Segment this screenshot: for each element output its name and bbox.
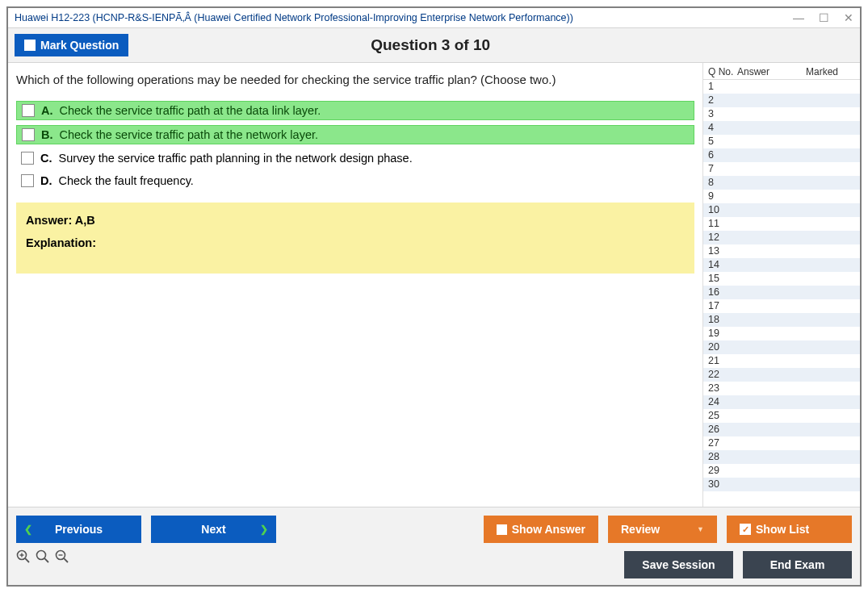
row-number: 14 [708,258,736,272]
option-text: Survey the service traffic path planning… [59,152,413,165]
checkbox-icon[interactable] [21,152,34,165]
question-list-row[interactable]: 17 [703,299,860,313]
button-row-2: Save Session End Exam [624,551,852,578]
topbar: Mark Question Question 3 of 10 [8,27,860,63]
show-answer-label: Show Answer [512,523,585,536]
bottom-bar: ❮ Previous Next ❯ Show Answer Review ▼ ✓… [8,507,860,585]
question-list-row[interactable]: 22 [703,368,860,382]
zoom-out-icon[interactable] [55,549,69,578]
question-list-row[interactable]: 23 [703,382,860,395]
close-icon[interactable]: ✕ [844,11,853,24]
row-number: 7 [708,162,736,176]
answer-line: Answer: A,B [26,214,685,227]
row-number: 28 [708,450,736,464]
option-letter: B. [41,128,53,141]
option-C[interactable]: C. Survey the service traffic path plann… [16,149,694,167]
question-list-row[interactable]: 14 [703,258,860,272]
body-area: Which of the following operations may be… [8,63,860,507]
window-controls: — ☐ ✕ [793,11,853,24]
checkbox-icon[interactable] [22,104,35,117]
question-list-row[interactable]: 15 [703,272,860,286]
question-list-row[interactable]: 9 [703,190,860,203]
row-number: 24 [708,395,736,409]
svg-line-7 [64,558,68,562]
question-list-row[interactable]: 13 [703,244,860,258]
question-counter: Question 3 of 10 [128,36,732,54]
minimize-icon[interactable]: — [793,11,804,24]
row-number: 8 [708,176,736,190]
end-exam-button[interactable]: End Exam [743,551,852,578]
question-list-row[interactable]: 19 [703,327,860,340]
explanation-label: Explanation: [26,236,685,249]
svg-point-4 [37,551,46,560]
question-list-row[interactable]: 21 [703,354,860,368]
question-list[interactable]: 1234567891011121314151617181920212223242… [703,80,860,507]
chevron-down-icon: ▼ [697,525,704,533]
show-list-button[interactable]: ✓ Show List [727,516,852,543]
option-D[interactable]: D. Check the fault frequency. [16,172,694,190]
maximize-icon[interactable]: ☐ [819,11,829,24]
review-button[interactable]: Review ▼ [608,516,717,543]
row-number: 21 [708,354,736,368]
question-list-row[interactable]: 5 [703,135,860,148]
option-text: Check the service traffic path at the da… [60,104,321,117]
question-list-row[interactable]: 25 [703,409,860,423]
checkbox-icon [24,40,36,51]
row-number: 10 [708,203,736,217]
question-list-row[interactable]: 2 [703,94,860,107]
zoom-tools [16,549,69,578]
option-letter: A. [41,104,53,117]
window-title: Huawei H12-223 (HCNP-R&S-IENPÃ‚Â (Huawei… [15,12,793,23]
question-list-row[interactable]: 8 [703,176,860,190]
question-list-row[interactable]: 24 [703,395,860,409]
show-list-label: Show List [756,523,809,536]
option-B[interactable]: B. Check the service traffic path at the… [16,125,694,144]
question-list-row[interactable]: 28 [703,450,860,464]
question-list-row[interactable]: 12 [703,231,860,244]
question-list-row[interactable]: 16 [703,286,860,299]
option-letter: C. [40,152,52,165]
zoom-icon[interactable] [36,549,50,578]
next-label: Next [201,523,225,536]
checkbox-icon[interactable] [21,174,34,187]
titlebar: Huawei H12-223 (HCNP-R&S-IENPÃ‚Â (Huawei… [8,8,860,27]
button-row: ❮ Previous Next ❯ Show Answer Review ▼ ✓… [16,516,852,543]
chevron-left-icon: ❮ [24,524,32,535]
question-list-row[interactable]: 11 [703,217,860,231]
next-button[interactable]: Next ❯ [151,516,276,543]
question-list-row[interactable]: 26 [703,423,860,436]
question-list-row[interactable]: 6 [703,148,860,162]
checkbox-icon[interactable] [22,128,35,141]
question-list-row[interactable]: 4 [703,121,860,135]
question-list-panel: Q No. Answer Marked 12345678910111213141… [702,63,860,507]
question-list-row[interactable]: 3 [703,107,860,121]
question-list-row[interactable]: 30 [703,478,860,491]
row-number: 29 [708,464,736,478]
header-qno: Q No. [708,66,737,77]
row-number: 20 [708,340,736,354]
end-exam-label: End Exam [770,558,825,571]
question-list-row[interactable]: 20 [703,340,860,354]
question-list-row[interactable]: 10 [703,203,860,217]
row-number: 25 [708,409,736,423]
svg-line-1 [25,558,29,562]
row-number: 16 [708,286,736,299]
option-letter: D. [40,174,52,187]
app-window: Huawei H12-223 (HCNP-R&S-IENPÃ‚Â (Huawei… [6,6,862,587]
question-list-row[interactable]: 1 [703,80,860,94]
question-list-row[interactable]: 27 [703,436,860,450]
question-list-row[interactable]: 29 [703,464,860,478]
previous-button[interactable]: ❮ Previous [16,516,141,543]
option-A[interactable]: A. Check the service traffic path at the… [16,101,694,120]
previous-label: Previous [55,523,103,536]
option-text: Check the fault frequency. [59,174,194,187]
show-answer-button[interactable]: Show Answer [484,516,598,543]
options-list: A. Check the service traffic path at the… [16,101,694,190]
mark-question-button[interactable]: Mark Question [15,34,128,56]
row-number: 26 [708,423,736,436]
save-session-button[interactable]: Save Session [624,551,733,578]
zoom-in-icon[interactable] [16,549,31,578]
question-list-row[interactable]: 18 [703,313,860,327]
option-text: Check the service traffic path at the ne… [60,128,319,141]
question-list-row[interactable]: 7 [703,162,860,176]
